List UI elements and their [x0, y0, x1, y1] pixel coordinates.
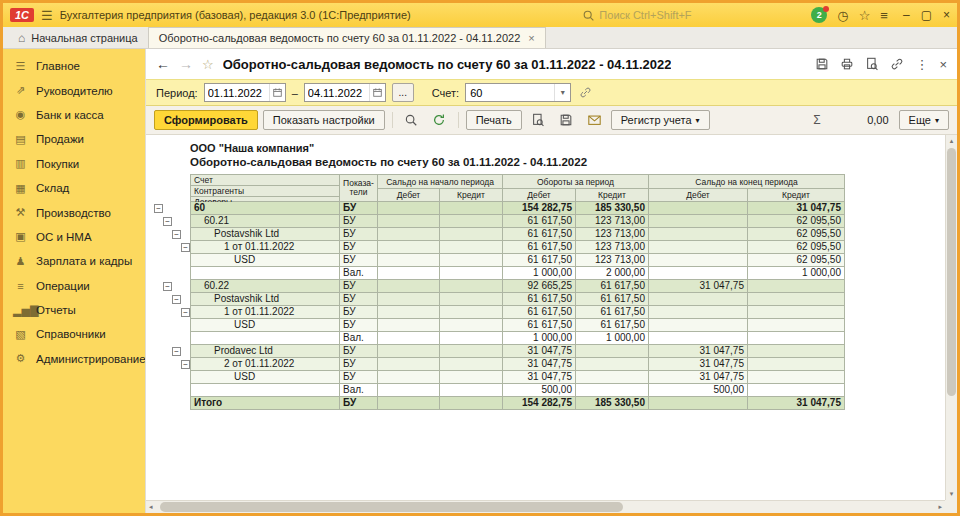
sidebar-item[interactable]: ⚒Производство: [3, 200, 145, 224]
main-menu-icon[interactable]: ☰: [41, 8, 53, 23]
period-options-button[interactable]: ...: [392, 83, 414, 102]
tab-home[interactable]: ⌂ Начальная страница: [8, 27, 148, 48]
refresh-button[interactable]: [428, 110, 451, 130]
sum-value: 0,00: [831, 114, 889, 126]
table-row[interactable]: Вал.1 000,001 000,00: [152, 332, 945, 345]
search-input[interactable]: [599, 9, 749, 21]
favorite-star-icon[interactable]: ☆: [202, 57, 214, 72]
period-from-field[interactable]: [204, 83, 286, 102]
sidebar-item[interactable]: ▥Покупки: [3, 152, 145, 176]
sidebar-item[interactable]: ⚙Администрирование: [3, 347, 145, 371]
find-button[interactable]: [400, 110, 423, 130]
table-row[interactable]: −60БУ154 282,75185 330,5031 047,75: [152, 202, 945, 215]
scroll-right-icon[interactable]: ▸: [938, 501, 942, 513]
preview-button[interactable]: [527, 110, 550, 130]
table-row[interactable]: −1 от 01.11.2022БУ61 617,50123 713,0062 …: [152, 241, 945, 254]
row-value-cell: [378, 280, 440, 293]
calendar-icon[interactable]: [369, 84, 385, 101]
row-value-cell: 31 047,75: [649, 280, 748, 293]
collapse-toggle-icon[interactable]: −: [172, 347, 181, 356]
collapse-toggle-icon[interactable]: −: [154, 204, 163, 213]
sidebar-item[interactable]: ≡Операции: [3, 274, 145, 298]
table-row[interactable]: −60.21БУ61 617,50123 713,0062 095,50: [152, 215, 945, 228]
sidebar-item-label: Покупки: [36, 158, 79, 170]
sidebar-item[interactable]: ♟Зарплата и кадры: [3, 249, 145, 273]
notifications-badge[interactable]: 2: [811, 7, 827, 23]
collapse-toggle-icon[interactable]: −: [181, 243, 190, 252]
table-row[interactable]: −60.22БУ92 665,2561 617,5031 047,75: [152, 280, 945, 293]
sidebar-item[interactable]: ▧Справочники: [3, 322, 145, 346]
horizontal-scrollbar[interactable]: ◂ ▸: [146, 500, 945, 513]
global-search[interactable]: [582, 9, 749, 22]
tab-report[interactable]: Оборотно-сальдовая ведомость по счету 60…: [148, 27, 546, 48]
save-button[interactable]: [555, 110, 578, 130]
favorites-star-icon[interactable]: ☆: [859, 8, 871, 23]
close-window-button[interactable]: ×: [943, 8, 950, 22]
forward-button[interactable]: →: [179, 56, 193, 72]
show-settings-button[interactable]: Показать настройки: [263, 110, 385, 130]
collapse-toggle-icon[interactable]: −: [163, 217, 172, 226]
table-row[interactable]: ИтогоБУ154 282,75185 330,5031 047,75: [152, 397, 945, 410]
close-report-button[interactable]: ×: [939, 57, 947, 72]
period-from-input[interactable]: [205, 87, 269, 99]
calendar-icon[interactable]: [269, 84, 285, 101]
collapse-toggle-icon[interactable]: −: [172, 230, 181, 239]
row-value-cell: [440, 358, 503, 371]
minimize-button[interactable]: –: [903, 8, 910, 22]
sidebar-item-label: Администрирование: [36, 353, 145, 365]
vertical-scroll-thumb[interactable]: [947, 148, 956, 396]
table-row[interactable]: Вал.500,00500,00: [152, 384, 945, 397]
table-row[interactable]: USDБУ61 617,5061 617,50: [152, 319, 945, 332]
scroll-down-icon[interactable]: ▾: [946, 490, 957, 498]
table-row[interactable]: −2 от 01.11.2022БУ31 047,7531 047,75: [152, 358, 945, 371]
table-row[interactable]: −Prodavec LtdБУ31 047,7531 047,75: [152, 345, 945, 358]
maximize-button[interactable]: ▢: [921, 8, 932, 22]
history-icon[interactable]: ◷: [837, 8, 848, 23]
generate-button[interactable]: Сформировать: [154, 110, 258, 130]
table-row[interactable]: −Postavshik LtdБУ61 617,5061 617,50: [152, 293, 945, 306]
sidebar-item[interactable]: ▤Продажи: [3, 127, 145, 151]
sidebar-item[interactable]: ⇗Руководителю: [3, 78, 145, 102]
row-value-cell: 31 047,75: [503, 345, 576, 358]
scroll-up-icon[interactable]: ▴: [946, 137, 957, 145]
email-button[interactable]: [583, 110, 606, 130]
collapse-toggle-icon[interactable]: −: [172, 295, 181, 304]
sum-icon[interactable]: Σ: [813, 113, 820, 127]
table-row[interactable]: −Postavshik LtdБУ61 617,50123 713,0062 0…: [152, 228, 945, 241]
period-to-field[interactable]: [304, 83, 386, 102]
collapse-toggle-icon[interactable]: −: [181, 308, 190, 317]
sidebar-item[interactable]: ◉Банк и касса: [3, 103, 145, 127]
table-row[interactable]: −1 от 01.11.2022БУ61 617,5061 617,50: [152, 306, 945, 319]
tab-close-icon[interactable]: ×: [528, 32, 534, 44]
sidebar-item[interactable]: ▣ОС и НМА: [3, 225, 145, 249]
collapse-toggle-icon[interactable]: −: [163, 282, 172, 291]
scroll-left-icon[interactable]: ◂: [149, 501, 153, 513]
print-report-button[interactable]: [840, 57, 854, 71]
sidebar-item[interactable]: ▂▅▇Отчеты: [3, 298, 145, 322]
table-row[interactable]: USDБУ31 047,7531 047,75: [152, 371, 945, 384]
account-dropdown-icon[interactable]: ▾: [554, 84, 570, 101]
row-value-cell: [378, 228, 440, 241]
row-indicator-cell: БУ: [340, 345, 378, 358]
row-value-cell: [440, 267, 503, 280]
print-button[interactable]: Печать: [466, 110, 522, 130]
horizontal-scroll-thumb[interactable]: [160, 502, 623, 512]
table-row[interactable]: Вал.1 000,002 000,001 000,00: [152, 267, 945, 280]
preview-report-button[interactable]: [865, 57, 879, 71]
more-button[interactable]: Еще▾: [899, 110, 949, 130]
save-report-button[interactable]: [815, 57, 829, 71]
service-menu-icon[interactable]: ≡: [880, 8, 888, 23]
table-row[interactable]: USDБУ61 617,50123 713,0062 095,50: [152, 254, 945, 267]
sidebar-item[interactable]: ☰Главное: [3, 54, 145, 78]
account-input[interactable]: [466, 87, 554, 99]
more-menu-icon[interactable]: ⋮: [915, 57, 928, 72]
sidebar-item[interactable]: ▦Склад: [3, 176, 145, 200]
back-button[interactable]: ←: [156, 56, 170, 72]
account-link-button[interactable]: [579, 86, 592, 99]
vertical-scrollbar[interactable]: ▴ ▾: [945, 135, 957, 500]
register-button[interactable]: Регистр учета▾: [611, 110, 710, 130]
get-link-button[interactable]: [890, 57, 904, 71]
account-field[interactable]: ▾: [465, 83, 571, 102]
collapse-toggle-icon[interactable]: −: [181, 360, 190, 369]
period-to-input[interactable]: [305, 87, 369, 99]
